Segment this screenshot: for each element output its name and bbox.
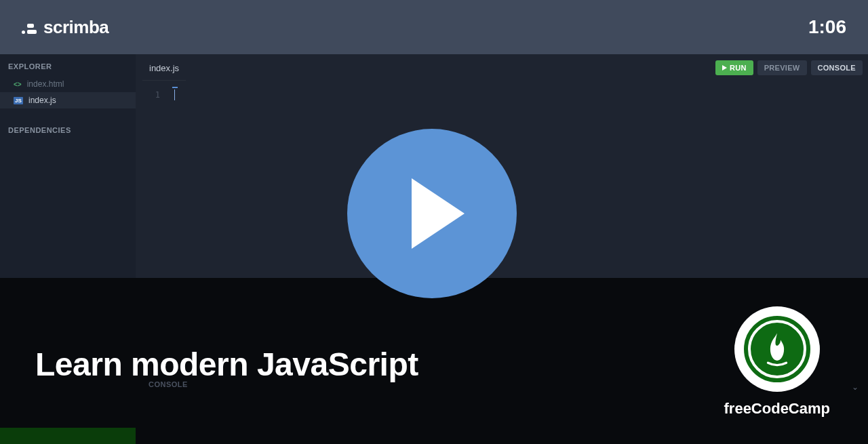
editor-toolbar: index.js RUN PREVIEW CONSOLE [136,54,868,81]
play-button[interactable] [347,129,517,298]
run-button[interactable]: RUN [715,60,753,75]
preview-label: PREVIEW [764,64,800,72]
chevron-down-icon[interactable]: ⌄ [852,382,859,392]
code-content[interactable] [170,88,868,278]
file-item-index-js[interactable]: JS index.js [0,92,136,108]
sidebar: EXPLORER <> index.html JS index.js DEPEN… [0,54,136,278]
video-timer: 1:06 [808,16,846,38]
explorer-heading: EXPLORER [0,54,136,76]
header: scrimba 1:06 [0,0,868,54]
toolbar-buttons: RUN PREVIEW CONSOLE [715,60,863,75]
js-file-icon: JS [14,97,23,104]
brand-logo[interactable]: scrimba [22,17,108,38]
line-number: 1 [136,88,160,102]
play-icon [722,65,727,70]
play-icon [412,178,465,249]
author-name: freeCodeCamp [724,400,830,418]
file-label: index.html [27,79,64,89]
console-label: CONSOLE [818,64,856,72]
run-label: RUN [730,64,747,72]
scrimba-logo-icon [22,20,37,34]
file-item-index-html[interactable]: <> index.html [0,76,136,92]
author-badge[interactable]: freeCodeCamp [724,306,830,418]
preview-button[interactable]: PREVIEW [757,60,807,75]
author-avatar [734,306,820,392]
tab-label: index.js [149,63,179,73]
dependencies-heading: DEPENDENCIES [0,118,136,140]
console-button[interactable]: CONSOLE [811,60,863,75]
brand-name: scrimba [43,17,108,38]
html-file-icon: <> [14,81,22,88]
course-title: Learn modern JavaScript [35,346,418,383]
video-progress-bar[interactable] [0,428,136,444]
console-panel-label: CONSOLE [149,380,188,388]
line-gutter: 1 [136,88,170,278]
file-label: index.js [28,96,56,105]
tab-index-js[interactable]: index.js [136,56,193,80]
